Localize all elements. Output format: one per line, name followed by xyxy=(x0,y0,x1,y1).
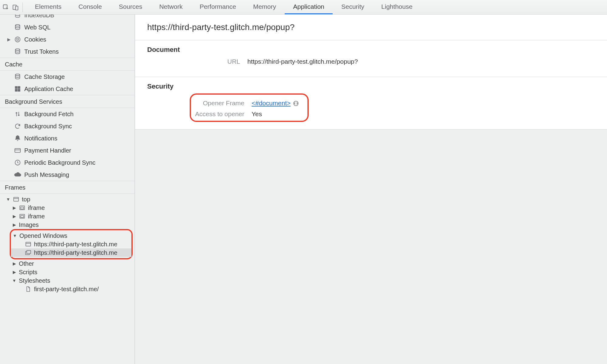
tree-ow2[interactable]: https://third-party-test.glitch.me xyxy=(11,248,131,257)
tabbar-tools xyxy=(2,2,23,12)
caret-right-icon: ▶ xyxy=(12,259,16,268)
svg-rect-12 xyxy=(15,86,17,89)
item-payment-handler[interactable]: Payment Handler xyxy=(0,144,134,157)
svg-point-7 xyxy=(18,38,19,39)
tree-iframe-1[interactable]: ▶ iframe xyxy=(0,204,134,212)
devtools-tabbar: ElementsConsoleSourcesNetworkPerformance… xyxy=(0,0,607,15)
tree-top[interactable]: ▼ top xyxy=(0,195,134,204)
svg-rect-16 xyxy=(15,149,20,153)
svg-point-10 xyxy=(15,49,20,51)
storage-cookies[interactable]: ▶Cookies xyxy=(0,33,134,46)
opener-frame-label: Opener Frame xyxy=(194,99,252,107)
tab-sources[interactable]: Sources xyxy=(110,0,151,14)
svg-point-8 xyxy=(17,40,17,41)
storage-item-label: Web SQL xyxy=(24,23,50,32)
tree-iframe-1-label: iframe xyxy=(28,204,45,212)
cloud-icon xyxy=(14,172,21,177)
tree-scripts-label: Scripts xyxy=(19,268,37,276)
tree-iframe-2-label: iframe xyxy=(28,212,45,221)
windows-icon xyxy=(25,250,32,255)
caret-right-icon: ▶ xyxy=(12,212,16,221)
window-icon xyxy=(13,197,19,202)
group-cache: Cache xyxy=(0,58,134,71)
caret-right-icon: ▶ xyxy=(7,35,11,44)
tab-performance[interactable]: Performance xyxy=(191,0,245,14)
tree-stylesheets-label: Stylesheets xyxy=(19,276,50,285)
url-value: https://third-party-test.glitch.me/popup… xyxy=(247,58,358,65)
storage-item-label: IndexedDB xyxy=(24,15,54,19)
tab-elements[interactable]: Elements xyxy=(26,0,70,14)
item-notifications[interactable]: Notifications xyxy=(0,132,134,144)
svg-rect-19 xyxy=(14,197,19,201)
item-label: Payment Handler xyxy=(24,146,71,155)
document-heading: Document xyxy=(147,46,595,54)
tab-application[interactable]: Application xyxy=(285,0,333,14)
tree-iframe-2[interactable]: ▶ iframe xyxy=(0,212,134,221)
document-section: Document URL https://third-party-test.gl… xyxy=(135,40,607,77)
device-toggle-icon[interactable] xyxy=(12,4,19,11)
iframe-icon xyxy=(19,214,25,219)
caret-down-icon: ▼ xyxy=(13,231,17,240)
svg-rect-24 xyxy=(21,216,24,217)
item-periodic-background-sync[interactable]: Periodic Background Sync xyxy=(0,157,134,169)
tab-console[interactable]: Console xyxy=(70,0,110,14)
caret-down-icon: ▼ xyxy=(6,195,10,204)
svg-rect-2 xyxy=(15,6,18,10)
reveal-icon[interactable] xyxy=(293,100,299,106)
opener-frame-value[interactable]: <#document> xyxy=(252,99,299,107)
item-label: Periodic Background Sync xyxy=(24,158,96,167)
database-icon xyxy=(14,24,21,31)
tree-scripts[interactable]: ▶ Scripts xyxy=(0,268,134,276)
item-label: Cache Storage xyxy=(24,72,65,81)
tree-ow2-label: https://third-party-test.glitch.me xyxy=(34,248,117,257)
storage-item-label: Trust Tokens xyxy=(24,47,59,56)
bell-icon xyxy=(14,135,21,142)
item-background-sync[interactable]: Background Sync xyxy=(0,120,134,132)
main-panel: https://third-party-test.glitch.me/popup… xyxy=(135,15,607,364)
item-cache-storage[interactable]: Cache Storage xyxy=(0,71,134,83)
security-heading: Security xyxy=(147,83,595,90)
cookie-icon xyxy=(14,36,21,43)
svg-rect-22 xyxy=(21,207,24,209)
application-sidebar: IndexedDBWeb SQL▶CookiesTrust Tokens Cac… xyxy=(0,15,135,364)
tree-stylesheet-leaf[interactable]: first-party-test.glitch.me/ xyxy=(0,285,134,293)
group-background-services: Background Services xyxy=(0,95,134,108)
security-section: Security Opener Frame <#document> Access… xyxy=(135,77,607,130)
storage-web-sql[interactable]: Web SQL xyxy=(0,21,134,33)
tree-opened-windows[interactable]: ▼ Opened Windows xyxy=(11,231,131,240)
svg-point-11 xyxy=(15,74,20,76)
svg-point-6 xyxy=(16,39,17,39)
item-application-cache[interactable]: Application Cache xyxy=(0,83,134,95)
sync-icon xyxy=(14,123,21,130)
svg-rect-13 xyxy=(18,86,20,89)
tree-top-label: top xyxy=(22,195,30,204)
storage-indexeddb[interactable]: IndexedDB xyxy=(0,15,134,21)
tree-other-label: Other xyxy=(19,259,34,268)
select-element-icon[interactable] xyxy=(2,4,9,11)
clock-icon xyxy=(14,159,21,166)
frame-url-title: https://third-party-test.glitch.me/popup… xyxy=(135,15,607,40)
tab-network[interactable]: Network xyxy=(151,0,191,14)
caret-right-icon: ▶ xyxy=(12,204,16,212)
storage-trust-tokens[interactable]: Trust Tokens xyxy=(0,46,134,58)
tree-opened-label: Opened Windows xyxy=(19,231,67,240)
item-label: Notifications xyxy=(24,134,57,143)
item-label: Background Fetch xyxy=(24,110,73,118)
item-background-fetch[interactable]: Background Fetch xyxy=(0,108,134,120)
svg-point-4 xyxy=(15,25,20,26)
tree-other[interactable]: ▶ Other xyxy=(0,259,134,268)
tab-lighthouse[interactable]: Lighthouse xyxy=(373,0,421,14)
caret-down-icon: ▼ xyxy=(12,276,16,285)
tab-security[interactable]: Security xyxy=(333,0,373,14)
tree-leaf-label: first-party-test.glitch.me/ xyxy=(34,285,99,293)
tree-ow1-label: https://third-party-test.glitch.me xyxy=(34,240,117,248)
tree-images[interactable]: ▶ Images xyxy=(0,221,134,229)
tab-memory[interactable]: Memory xyxy=(245,0,285,14)
item-push-messaging[interactable]: Push Messaging xyxy=(0,169,134,181)
tree-ow1[interactable]: https://third-party-test.glitch.me xyxy=(11,240,131,248)
tree-stylesheets[interactable]: ▼ Stylesheets xyxy=(0,276,134,285)
opened-windows-highlight: ▼ Opened Windows https://third-party-tes… xyxy=(10,229,133,259)
svg-rect-15 xyxy=(18,89,20,91)
opener-frame-link[interactable]: <#document> xyxy=(252,99,290,106)
card-icon xyxy=(14,147,21,153)
